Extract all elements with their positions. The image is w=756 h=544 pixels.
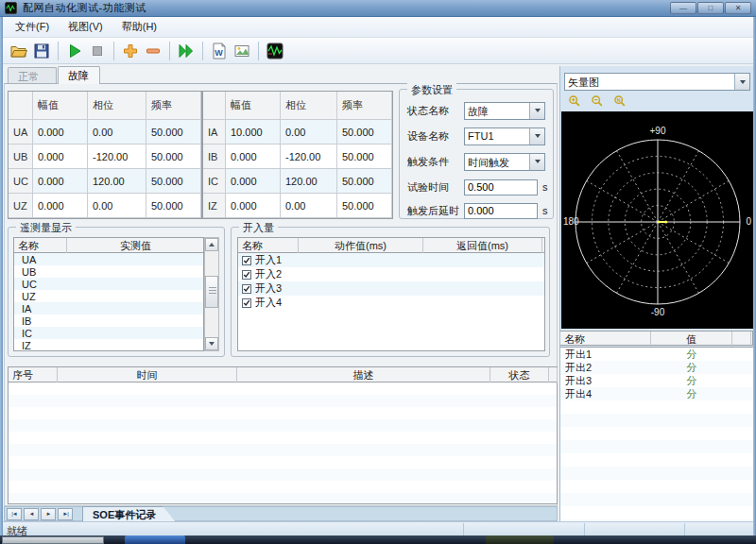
telemetry-col-name[interactable]: 名称 <box>14 238 67 254</box>
maximize-button[interactable]: □ <box>697 2 724 14</box>
ib-amplitude-cell[interactable]: 0.000 <box>226 144 281 169</box>
scrollbar-thumb[interactable] <box>205 276 218 308</box>
telemetry-row[interactable]: UC <box>14 278 203 290</box>
chevron-down-icon[interactable] <box>734 74 749 90</box>
ia-frequency-cell[interactable]: 50.000 <box>337 120 392 144</box>
telemetry-row[interactable]: UA <box>14 253 203 265</box>
word-report-button[interactable]: W <box>208 40 231 62</box>
ub-phase-cell[interactable]: -120.00 <box>88 144 146 169</box>
event-col-time[interactable]: 时间 <box>58 367 237 383</box>
tab-soe-event-record[interactable]: SOE事件记录 <box>82 506 175 521</box>
image-report-button[interactable] <box>231 40 253 62</box>
ub-frequency-cell[interactable]: 50.000 <box>146 144 201 169</box>
di-col-return[interactable]: 返回值(ms) <box>423 238 542 254</box>
device-name-select[interactable]: FTU1 <box>464 128 545 145</box>
chevron-down-icon[interactable] <box>529 103 544 119</box>
telemetry-row[interactable]: IB <box>14 314 203 327</box>
scroll-up-icon[interactable] <box>205 238 218 251</box>
ua-phase-cell[interactable]: 0.00 <box>88 120 146 144</box>
ub-amplitude-cell[interactable]: 0.000 <box>33 144 88 169</box>
di-col-name[interactable]: 名称 <box>238 238 299 254</box>
close-button[interactable]: ✕ <box>725 2 751 14</box>
tab-fault-state[interactable]: 故障 <box>58 66 100 84</box>
uz-phase-cell[interactable]: 0.00 <box>88 194 146 218</box>
ia-phase-cell[interactable]: 0.00 <box>281 120 337 144</box>
di-col-action[interactable]: 动作值(ms) <box>299 238 423 254</box>
ib-phase-cell[interactable]: -120.00 <box>281 144 337 169</box>
taskbar-item[interactable] <box>2 536 104 544</box>
uz-frequency-cell[interactable]: 50.000 <box>146 194 201 218</box>
minimize-button[interactable]: — <box>670 2 696 14</box>
digital-input-row[interactable]: 开入1 <box>238 253 544 267</box>
digital-input-row[interactable]: 开入3 <box>238 281 544 296</box>
trigger-condition-select[interactable]: 时间触发 <box>464 153 545 171</box>
remove-button[interactable] <box>142 40 164 62</box>
view-selector[interactable]: 矢量图 <box>564 73 750 91</box>
event-col-no[interactable]: 序号 <box>9 367 58 383</box>
digital-input-row[interactable]: 开入2 <box>238 267 544 281</box>
chevron-down-icon[interactable] <box>529 154 544 170</box>
checkbox-checked-icon[interactable] <box>242 270 251 280</box>
ic-frequency-cell[interactable]: 50.000 <box>337 169 392 194</box>
outputs-col-value[interactable]: 值 <box>651 332 732 348</box>
test-time-input[interactable] <box>464 179 538 196</box>
menu-file[interactable]: 文件(F) <box>6 17 59 37</box>
output-row[interactable]: 开出3 分 <box>560 374 754 387</box>
event-col-description[interactable]: 描述 <box>237 367 490 383</box>
save-button[interactable] <box>30 40 53 62</box>
output-row[interactable]: 开出1 分 <box>560 348 754 361</box>
uc-frequency-cell[interactable]: 50.000 <box>146 169 201 194</box>
ic-amplitude-cell[interactable]: 0.000 <box>226 169 281 194</box>
ua-frequency-cell[interactable]: 50.000 <box>146 120 201 144</box>
tab-normal-state[interactable]: 正常态 <box>8 67 57 84</box>
output-row[interactable]: 开出2 分 <box>560 361 754 374</box>
checkbox-checked-icon[interactable] <box>242 284 251 294</box>
nav-next-button[interactable]: ► <box>41 508 56 520</box>
digital-input-row[interactable]: 开入4 <box>238 296 544 310</box>
zoom-in-button[interactable] <box>564 94 585 109</box>
ia-amplitude-cell[interactable]: 10.000 <box>226 120 281 144</box>
telemetry-row[interactable]: IZ <box>14 339 203 351</box>
uc-amplitude-cell[interactable]: 0.000 <box>33 169 88 194</box>
uz-amplitude-cell[interactable]: 0.000 <box>33 194 88 218</box>
taskbar-item[interactable] <box>125 536 185 544</box>
taskbar-item[interactable] <box>486 536 554 544</box>
zoom-reset-button[interactable]: N <box>610 94 630 109</box>
state-name-select[interactable]: 故障 <box>464 102 545 120</box>
telemetry-row[interactable]: IC <box>14 327 203 339</box>
add-button[interactable] <box>119 40 142 62</box>
checkbox-checked-icon[interactable] <box>242 256 251 265</box>
telemetry-row[interactable]: UZ <box>14 290 203 302</box>
ib-frequency-cell[interactable]: 50.000 <box>337 144 392 169</box>
iz-frequency-cell[interactable]: 50.000 <box>337 194 392 218</box>
checkbox-checked-icon[interactable] <box>242 298 251 308</box>
waveform-button[interactable] <box>264 40 286 62</box>
zoom-out-button[interactable] <box>587 94 608 109</box>
scroll-down-icon[interactable] <box>205 337 218 350</box>
output-row[interactable]: 开出4 分 <box>560 387 754 400</box>
open-button[interactable] <box>8 40 30 62</box>
menu-help[interactable]: 帮助(H) <box>112 17 166 37</box>
event-col-status[interactable]: 状态 <box>490 367 549 383</box>
iz-amplitude-cell[interactable]: 0.000 <box>226 194 281 218</box>
chevron-down-icon[interactable] <box>529 128 544 144</box>
post-trigger-delay-input[interactable] <box>464 203 538 219</box>
telemetry-row[interactable]: IA <box>14 302 203 314</box>
telemetry-row[interactable]: UB <box>14 265 203 278</box>
telemetry-scrollbar[interactable] <box>204 237 219 351</box>
vector-diagram[interactable]: +90-901800 <box>561 111 753 329</box>
fast-run-button[interactable] <box>175 40 198 62</box>
outputs-col-name[interactable]: 名称 <box>560 332 651 348</box>
nav-first-button[interactable]: |◄ <box>7 508 22 520</box>
iz-phase-cell[interactable]: 0.00 <box>281 194 337 218</box>
event-table-body[interactable] <box>8 382 558 504</box>
nav-prev-button[interactable]: ◄ <box>24 508 39 520</box>
nav-last-button[interactable]: ►| <box>58 508 73 520</box>
menu-view[interactable]: 视图(V) <box>59 17 112 37</box>
stop-button[interactable] <box>86 40 109 62</box>
uc-phase-cell[interactable]: 120.00 <box>88 169 146 194</box>
ic-phase-cell[interactable]: 120.00 <box>281 169 337 194</box>
run-button[interactable] <box>63 40 86 62</box>
ua-amplitude-cell[interactable]: 0.000 <box>33 120 88 144</box>
telemetry-col-value[interactable]: 实测值 <box>67 238 205 254</box>
